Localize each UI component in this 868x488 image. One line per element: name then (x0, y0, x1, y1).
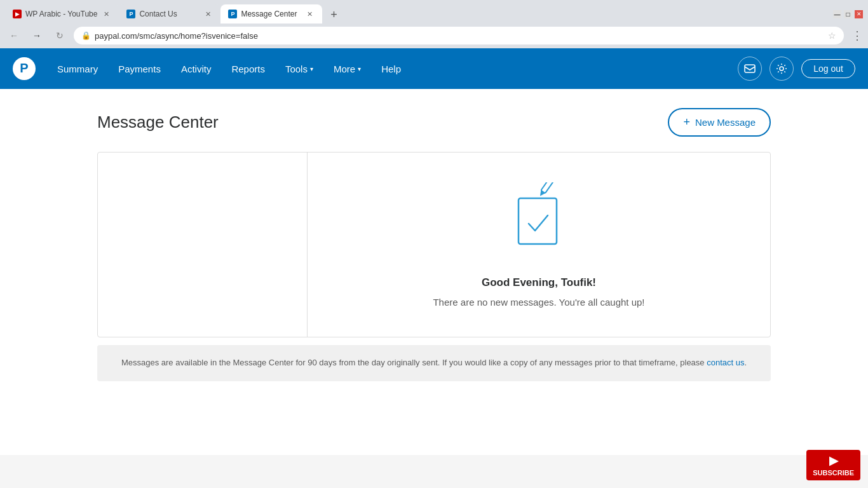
back-button[interactable]: ← (5, 27, 23, 44)
message-list-panel (98, 152, 308, 337)
tab-contactus-title: Contact Us (139, 10, 199, 18)
maximize-button[interactable]: □ (844, 10, 852, 18)
new-message-label: New Message (695, 117, 756, 128)
browser-chrome: ▶ WP Arabic - YouTube ✕ P Contact Us ✕ P… (0, 0, 868, 48)
contactus-favicon: P (126, 10, 135, 18)
message-center-icon-button[interactable] (738, 57, 762, 81)
svg-point-3 (780, 67, 783, 71)
tab-youtube[interactable]: ▶ WP Arabic - YouTube ✕ (5, 4, 119, 24)
svg-text:P: P (20, 61, 28, 75)
bookmark-star-icon[interactable]: ☆ (828, 30, 836, 41)
svg-rect-5 (541, 182, 558, 193)
reload-button[interactable]: ↻ (51, 27, 69, 44)
address-bar-row: ← → ↻ 🔒 paypal.com/smc/async/home?isveni… (0, 24, 868, 48)
close-button[interactable]: ✕ (855, 10, 863, 18)
footer-note-suffix: . (744, 358, 747, 367)
browser-tabs: ▶ WP Arabic - YouTube ✕ P Contact Us ✕ P… (5, 4, 828, 24)
paypal-app: P Summary Payments Activity Reports Tool… (0, 48, 868, 455)
tab-contactus-close[interactable]: ✕ (203, 9, 213, 19)
plus-icon: + (683, 116, 690, 129)
address-bar[interactable]: 🔒 paypal.com/smc/async/home?isvenice=fal… (74, 27, 844, 44)
minimize-button[interactable]: — (833, 10, 841, 18)
tab-contactus[interactable]: P Contact Us ✕ (119, 4, 220, 24)
tab-messagecenter[interactable]: P Message Center ✕ (220, 4, 322, 24)
address-text: paypal.com/smc/async/home?isvenice=false (95, 31, 824, 41)
message-center-body: Good Evening, Toufik! There are no new m… (97, 152, 771, 337)
page-title: Message Center (97, 112, 219, 132)
nav-more[interactable]: More ▾ (325, 58, 370, 79)
new-message-button[interactable]: + New Message (668, 108, 771, 137)
paypal-header: P Summary Payments Activity Reports Tool… (0, 48, 868, 89)
logout-button[interactable]: Log out (801, 59, 855, 78)
youtube-favicon: ▶ (13, 10, 22, 18)
tools-chevron-icon: ▾ (310, 65, 313, 72)
nav-payments[interactable]: Payments (109, 58, 170, 79)
tab-messagecenter-close[interactable]: ✕ (304, 9, 315, 19)
header-actions: Log out (738, 57, 855, 81)
forward-button[interactable]: → (28, 27, 46, 44)
svg-rect-4 (519, 198, 557, 244)
svg-rect-2 (745, 65, 755, 72)
empty-state-greeting: Good Evening, Toufik! (482, 276, 596, 289)
security-lock-icon: 🔒 (81, 31, 91, 40)
window-controls: — □ ✕ (833, 10, 863, 18)
page-header: Message Center + New Message (97, 108, 771, 137)
more-chevron-icon: ▾ (358, 65, 361, 72)
nav-activity[interactable]: Activity (172, 58, 220, 79)
page-content: Message Center + New Message (85, 89, 783, 400)
footer-note: Messages are available in the Message Ce… (97, 345, 771, 381)
messagecenter-favicon: P (228, 10, 237, 18)
paypal-logo: P (13, 57, 36, 80)
youtube-subscribe-badge[interactable]: ▶ SUBSCRIBE (806, 450, 860, 455)
paypal-nav: Summary Payments Activity Reports Tools … (48, 58, 738, 79)
empty-state-illustration (507, 182, 571, 261)
nav-summary[interactable]: Summary (48, 58, 107, 79)
tab-youtube-close[interactable]: ✕ (101, 9, 111, 19)
empty-state-body: There are no new messages. You're all ca… (433, 297, 644, 308)
browser-titlebar: ▶ WP Arabic - YouTube ✕ P Contact Us ✕ P… (0, 0, 868, 24)
contact-us-link[interactable]: contact us (707, 358, 744, 367)
new-tab-button[interactable]: + (325, 6, 342, 24)
nav-help[interactable]: Help (372, 58, 410, 79)
footer-note-text: Messages are available in the Message Ce… (121, 358, 707, 367)
tab-messagecenter-title: Message Center (241, 10, 301, 18)
nav-tools[interactable]: Tools ▾ (276, 58, 322, 79)
settings-icon-button[interactable] (770, 57, 794, 81)
tab-youtube-title: WP Arabic - YouTube (25, 10, 97, 18)
nav-reports[interactable]: Reports (222, 58, 274, 79)
youtube-play-icon: ▶ (829, 454, 838, 455)
browser-menu-icon[interactable]: ⋮ (851, 29, 863, 43)
message-detail-panel: Good Evening, Toufik! There are no new m… (308, 152, 770, 337)
